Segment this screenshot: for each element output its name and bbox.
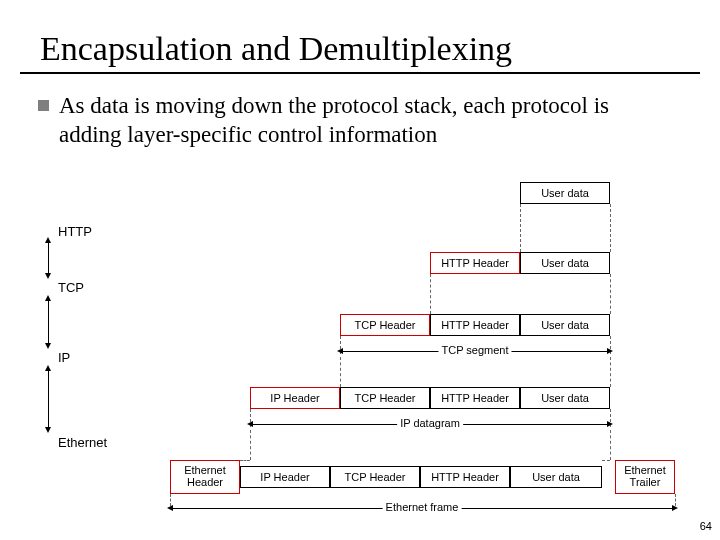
dashed	[610, 430, 611, 460]
encapsulation-diagram: HTTP TCP IP Ethernet User data HTTP Head…	[30, 220, 690, 520]
box-userdata-4: User data	[510, 466, 602, 488]
layer-ip: IP	[58, 350, 70, 365]
dashed	[240, 460, 250, 461]
bullet-icon	[38, 100, 49, 111]
box-eth-header: Ethernet Header	[170, 460, 240, 494]
layer-tcp: TCP	[58, 280, 84, 295]
dashed	[170, 494, 171, 506]
arrow-ip-eth	[48, 370, 49, 428]
dashed	[610, 274, 611, 314]
box-userdata-3: User data	[520, 387, 610, 409]
box-http-header-3: HTTP Header	[430, 387, 520, 409]
slide-title: Encapsulation and Demultiplexing	[20, 0, 700, 74]
label-eth-frame: Ethernet frame	[383, 501, 462, 513]
box-ip-header-4: IP Header	[240, 466, 330, 488]
body-text: As data is moving down the protocol stac…	[0, 92, 720, 150]
box-userdata-1: User data	[520, 252, 610, 274]
layer-eth: Ethernet	[58, 435, 107, 450]
arrow-tcp-ip	[48, 300, 49, 344]
dashed	[340, 357, 341, 387]
box-ip-header-3: IP Header	[250, 387, 340, 409]
dashed	[610, 357, 611, 387]
dashed	[520, 204, 521, 252]
dashed	[430, 274, 431, 314]
box-userdata-2: User data	[520, 314, 610, 336]
label-tcp-seg: TCP segment	[438, 344, 511, 356]
layer-http: HTTP	[58, 224, 92, 239]
box-http-header-4: HTTP Header	[420, 466, 510, 488]
box-userdata-0: User data	[520, 182, 610, 204]
dashed	[610, 204, 611, 252]
slide-number: 64	[700, 520, 712, 532]
dashed	[250, 430, 251, 460]
box-tcp-header-2: TCP Header	[340, 314, 430, 336]
dashed	[602, 460, 610, 461]
dashed	[675, 494, 676, 506]
body-paragraph: As data is moving down the protocol stac…	[59, 92, 670, 150]
box-tcp-header-4: TCP Header	[330, 466, 420, 488]
box-tcp-header-3: TCP Header	[340, 387, 430, 409]
label-ip-dgram: IP datagram	[397, 417, 463, 429]
arrow-http-tcp	[48, 242, 49, 274]
box-http-header-2: HTTP Header	[430, 314, 520, 336]
box-eth-trailer: Ethernet Trailer	[615, 460, 675, 494]
box-http-header-1: HTTP Header	[430, 252, 520, 274]
